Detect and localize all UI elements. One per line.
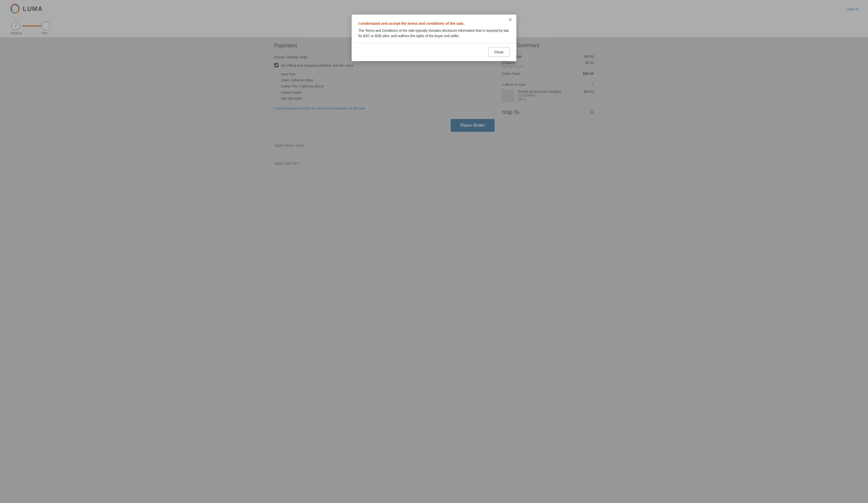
modal-body: The Terms and Conditions of the sale typ… xyxy=(359,28,509,39)
modal-overlay: ✕ I understand and accept the terms and … xyxy=(0,0,868,503)
modal-header: ✕ I understand and accept the terms and … xyxy=(352,14,516,43)
modal-close-x-button[interactable]: ✕ xyxy=(508,18,513,22)
modal-title: I understand and accept the terms and co… xyxy=(359,21,509,25)
modal-close-button[interactable]: Close xyxy=(488,47,509,57)
modal-footer: Close xyxy=(352,43,516,61)
terms-modal: ✕ I understand and accept the terms and … xyxy=(352,14,516,61)
